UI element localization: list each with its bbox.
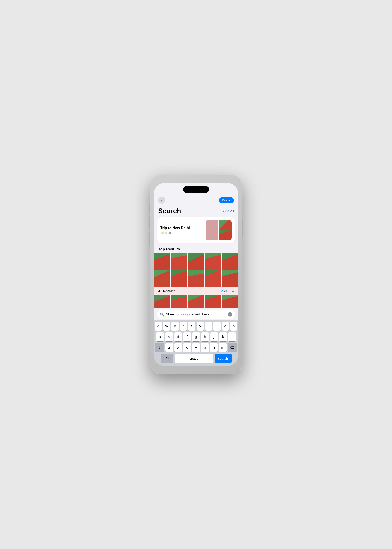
nav-bar: ‹ Done: [154, 196, 238, 205]
key-y[interactable]: y: [197, 322, 204, 331]
photo-cell[interactable]: [205, 253, 221, 270]
done-button[interactable]: Done: [219, 197, 234, 203]
key-v[interactable]: v: [192, 343, 200, 352]
photo-cell[interactable]: [188, 270, 204, 287]
key-k[interactable]: k: [219, 332, 227, 342]
page-title: Search: [158, 207, 181, 215]
keyboard-row-1: q w e r t y u i o p: [155, 322, 237, 331]
strip-thumb-1[interactable]: [154, 295, 170, 308]
text-cursor: [210, 313, 210, 316]
thumbnail-strip: [154, 295, 238, 308]
photo-grid-row1: [154, 253, 238, 270]
dynamic-island: [183, 186, 209, 193]
key-d[interactable]: d: [174, 332, 182, 342]
see-all-button[interactable]: See All: [223, 209, 234, 213]
photo-cell[interactable]: [188, 253, 204, 270]
power-button[interactable]: [242, 220, 243, 237]
album-thumbnails: [206, 221, 232, 240]
search-key[interactable]: search: [215, 354, 232, 363]
photo-cell[interactable]: [205, 270, 221, 287]
phone-screen: ‹ Done Search See All Trip to New Delhi …: [154, 183, 238, 366]
key-b[interactable]: b: [201, 343, 209, 352]
screen-content: Search See All Trip to New Delhi 📁 Album: [154, 205, 238, 366]
album-thumb-3: [219, 230, 232, 240]
key-h[interactable]: h: [201, 332, 209, 342]
search-icon: 🔍: [160, 313, 164, 317]
select-button[interactable]: Select: [219, 289, 229, 293]
strip-thumb-3[interactable]: [188, 295, 204, 308]
key-g[interactable]: g: [192, 332, 200, 342]
search-bar-container: 🔍 Shani dancing in a red dress ✕: [154, 308, 238, 320]
search-header: Search See All: [154, 205, 238, 216]
key-m[interactable]: m: [219, 343, 227, 352]
volume-up-button[interactable]: [149, 205, 150, 212]
key-c[interactable]: c: [183, 343, 191, 352]
microphone-icon[interactable]: 🎤: [229, 365, 235, 366]
album-icon: 📁: [160, 231, 164, 234]
keyboard-row-2: a s d f g h j k l: [155, 332, 237, 342]
key-n[interactable]: n: [210, 343, 218, 352]
key-u[interactable]: u: [205, 322, 212, 331]
key-o[interactable]: o: [222, 322, 229, 331]
key-s[interactable]: s: [165, 332, 173, 342]
strip-thumb-2[interactable]: [171, 295, 187, 308]
key-t[interactable]: t: [188, 322, 195, 331]
keyboard-bottom-row: 🙂 🎤: [155, 364, 237, 366]
key-r[interactable]: r: [180, 322, 187, 331]
back-chevron-icon: ‹: [161, 198, 162, 202]
phone-device: ‹ Done Search See All Trip to New Delhi …: [150, 175, 242, 374]
key-x[interactable]: x: [175, 343, 182, 352]
album-thumb-2: [219, 221, 232, 230]
photo-cell[interactable]: [171, 253, 187, 270]
album-subtitle: 📁 Album: [160, 231, 190, 234]
top-results-label: Top Results: [154, 244, 238, 253]
keyboard-row-3: ⇧ z x c v b n m ⌫: [155, 343, 237, 352]
photo-cell[interactable]: [171, 270, 187, 287]
key-i[interactable]: i: [213, 322, 221, 331]
key-q[interactable]: q: [155, 322, 162, 331]
key-w[interactable]: w: [163, 322, 170, 331]
keyboard: q w e r t y u i o p a s d f g: [154, 320, 238, 366]
photo-cell[interactable]: [222, 270, 238, 287]
key-f[interactable]: f: [183, 332, 191, 342]
album-info: Trip to New Delhi 📁 Album: [160, 226, 190, 234]
photo-cell[interactable]: [154, 270, 170, 287]
photo-cell[interactable]: [222, 253, 238, 270]
photo-cell[interactable]: [154, 253, 170, 270]
search-bar[interactable]: 🔍 Shani dancing in a red dress ✕: [157, 310, 235, 319]
key-z[interactable]: z: [165, 343, 173, 352]
key-p[interactable]: p: [230, 322, 237, 331]
status-bar: [154, 183, 238, 196]
numbers-key[interactable]: 123: [161, 354, 173, 363]
shift-key[interactable]: ⇧: [155, 343, 164, 352]
delete-key[interactable]: ⌫: [228, 343, 237, 352]
results-count: 41 Results: [158, 289, 175, 293]
clear-button[interactable]: ✕: [228, 312, 232, 317]
key-l[interactable]: l: [228, 332, 236, 342]
strip-thumb-5[interactable]: [222, 295, 238, 308]
results-bar: 41 Results Select ⇅: [154, 287, 238, 295]
key-a[interactable]: a: [156, 332, 164, 342]
volume-down-button[interactable]: [149, 215, 150, 229]
results-actions: Select ⇅: [219, 289, 234, 293]
strip-thumb-4[interactable]: [205, 295, 221, 308]
key-j[interactable]: j: [210, 332, 218, 342]
back-button[interactable]: ‹: [158, 197, 165, 204]
emoji-icon[interactable]: 🙂: [157, 365, 163, 366]
album-thumb-1: [206, 221, 218, 240]
album-card[interactable]: Trip to New Delhi 📁 Album: [157, 217, 235, 243]
search-input[interactable]: Shani dancing in a red dress: [166, 313, 226, 316]
key-e[interactable]: e: [171, 322, 179, 331]
photo-grid-row2: [154, 270, 238, 287]
album-title: Trip to New Delhi: [160, 226, 190, 230]
keyboard-row-4: 123 space search: [155, 354, 237, 363]
space-key[interactable]: space: [175, 354, 213, 363]
silent-switch[interactable]: [149, 232, 150, 246]
sort-icon[interactable]: ⇅: [231, 289, 234, 293]
